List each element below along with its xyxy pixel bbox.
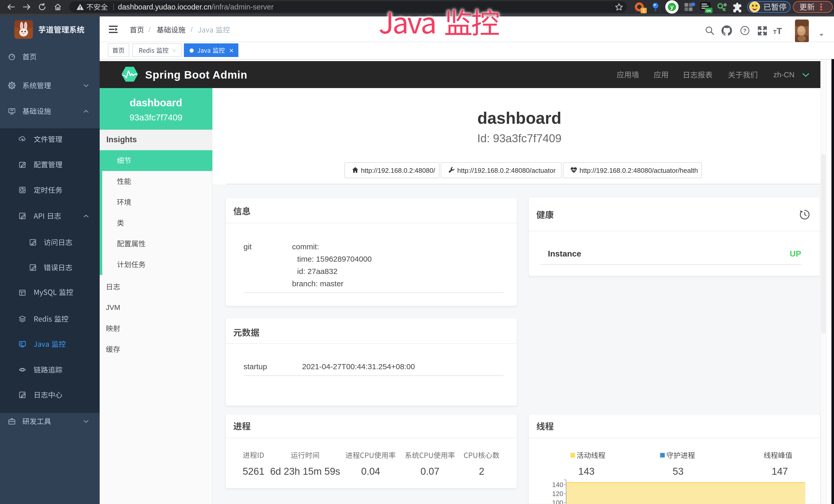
svg-text:on: on [706, 8, 711, 13]
svg-text:1: 1 [642, 8, 645, 13]
svg-text:y: y [671, 4, 674, 10]
svg-text:?: ? [743, 27, 747, 33]
